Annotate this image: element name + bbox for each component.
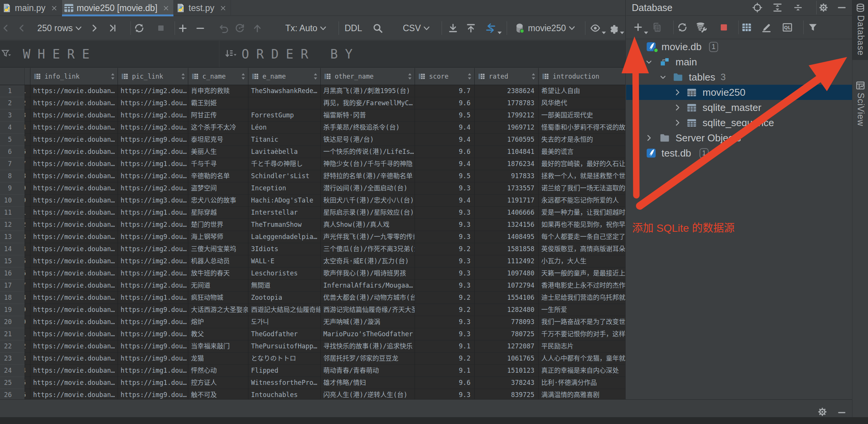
cell-id-clipped[interactable]: 14 (25, 243, 30, 255)
cell-pic-link[interactable]: https://img9.dou… (118, 389, 188, 399)
cell-info-link[interactable]: https://movie.douban… (30, 377, 118, 389)
cell-info-link[interactable]: https://movie.douban… (30, 170, 118, 182)
cell-info-link[interactable]: https://movie.douban… (30, 182, 118, 195)
cell-score[interactable]: 9.3 (415, 219, 475, 231)
cell-other-name[interactable]: 铁达尼号(港/台) (321, 134, 415, 146)
last-page-button[interactable] (108, 20, 118, 36)
column-header-info-link[interactable]: info_link (30, 68, 118, 85)
tree-item-movie-db[interactable]: movie.db 1 (626, 39, 852, 54)
cell-e-name[interactable] (248, 97, 321, 109)
cell-e-name[interactable]: ThePursuitofHapp… (248, 340, 321, 353)
cell-e-name[interactable]: WitnessforthePro… (248, 377, 321, 389)
close-icon[interactable] (162, 5, 170, 12)
cell-score[interactable]: 9.3 (415, 280, 475, 292)
first-page-button[interactable] (1, 20, 11, 36)
table-row[interactable]: 10 10 https://movie.douban… https://img3… (0, 195, 625, 207)
cell-pic-link[interactable]: https://img2.dou… (118, 109, 188, 122)
cell-introduction[interactable]: 每个人都要走一条自己坚定了的 (539, 231, 625, 243)
cell-rated[interactable]: 1876234 (475, 158, 539, 170)
cell-e-name[interactable]: Interstellar (248, 207, 321, 219)
cell-rated[interactable]: 1760595 (475, 134, 539, 146)
compare-data-button[interactable] (485, 20, 502, 36)
table-row[interactable]: 5 5 https://movie.douban… https://img9.d… (0, 134, 625, 146)
cell-score[interactable]: 9.3 (415, 328, 475, 340)
cell-other-name[interactable]: 舒特拉的名单(港)/辛德勒名单 (321, 170, 415, 182)
cell-info-link[interactable]: https://movie.douban… (30, 109, 118, 122)
sort-toggle-icon[interactable] (531, 73, 536, 80)
cell-rated[interactable]: 2388624 (475, 85, 539, 97)
cell-info-link[interactable]: https://movie.douban… (30, 207, 118, 219)
cell-info-link[interactable]: https://movie.douban… (30, 389, 118, 399)
transaction-mode-dropdown[interactable]: Tx: Auto (282, 23, 329, 33)
settings-button[interactable] (608, 20, 624, 36)
cell-c-name[interactable]: 无间道 (188, 280, 248, 292)
export-data-button[interactable] (448, 20, 458, 36)
cell-score[interactable]: 9.3 (415, 389, 475, 399)
where-filter-field[interactable]: WHERE (0, 41, 219, 67)
cell-other-name[interactable]: 西游记完结篇仙履奇缘/齐天大圣 (321, 304, 415, 316)
cell-id-clipped[interactable]: 8 (25, 170, 30, 182)
table-row[interactable]: 4 4 https://movie.douban… https://img2.d… (0, 122, 625, 134)
cell-e-name[interactable]: 3Idiots (248, 243, 321, 255)
cell-introduction[interactable]: 平民励志片 (539, 340, 625, 353)
cell-pic-link[interactable]: https://img9.dou… (118, 340, 188, 353)
cell-info-link[interactable]: https://movie.douban… (30, 365, 118, 377)
cell-rated[interactable]: 1072794 (475, 280, 539, 292)
cell-rated[interactable]: 1324156 (475, 219, 539, 231)
cell-other-name[interactable]: 声光伴我飞(港)/一九零零的传奇 (321, 231, 415, 243)
close-icon[interactable] (219, 5, 227, 12)
export-format-dropdown[interactable]: CSV (400, 23, 432, 33)
chevron-right-icon[interactable] (645, 130, 653, 146)
stripe-tab-database[interactable]: Database (852, 0, 868, 60)
reload-page-button[interactable] (134, 20, 145, 36)
cell-rated[interactable]: 839725 (475, 389, 539, 399)
table-row[interactable]: 17 17 https://movie.douban… https://img2… (0, 280, 625, 292)
refresh-datasource-button[interactable] (677, 19, 688, 36)
tab-test-py[interactable]: test.py (174, 0, 231, 16)
cell-id-clipped[interactable]: 21 (25, 328, 30, 340)
column-header-other-name[interactable]: other_name (321, 68, 415, 85)
cell-introduction[interactable]: 满满温情的高雅喜剧 (539, 389, 625, 399)
table-row[interactable]: 13 13 https://movie.douban… https://img9… (0, 231, 625, 243)
table-row[interactable]: 18 18 https://movie.douban… https://img1… (0, 292, 625, 304)
cell-other-name[interactable]: InfernalAffairs/Mougaa… (321, 280, 415, 292)
cell-c-name[interactable]: 三傻大闹宝莱坞 (188, 243, 248, 255)
locate-object-button[interactable] (752, 0, 763, 16)
cell-e-name[interactable]: ForrestGump (248, 109, 321, 122)
cell-info-link[interactable]: https://movie.douban… (30, 195, 118, 207)
cell-score[interactable]: 9.4 (415, 158, 475, 170)
cell-other-name[interactable]: 邻居托托罗/邻家的豆豆龙 (321, 353, 415, 365)
view-options-button[interactable] (590, 20, 606, 36)
cell-e-name[interactable]: LaLeggendadelpia… (248, 231, 321, 243)
cell-pic-link[interactable]: https://img2.dou… (118, 255, 188, 267)
cell-other-name[interactable]: 萌动青春/青春萌动 (321, 365, 415, 377)
cell-other-name[interactable]: 再见，我的妾/FarewellMyC… (321, 97, 415, 109)
sort-toggle-icon[interactable] (407, 73, 412, 80)
cell-introduction[interactable]: 诺兰给了我们一场无法盗取的梦 (539, 182, 625, 195)
table-row[interactable]: 15 15 https://movie.douban… https://img2… (0, 255, 625, 267)
cell-rated[interactable]: 780725 (475, 328, 539, 340)
cell-score[interactable]: 9.3 (415, 207, 475, 219)
filter-datasource-button[interactable] (808, 19, 818, 36)
tree-item-main[interactable]: main (626, 54, 852, 70)
cell-info-link[interactable]: https://movie.douban… (30, 219, 118, 231)
cell-c-name[interactable]: 楚门的世界 (188, 219, 248, 231)
column-header-pic-link[interactable]: pic_link (118, 68, 188, 85)
cell-pic-link[interactable]: https://img1.dou… (118, 292, 188, 304)
new-datasource-button[interactable] (633, 19, 648, 36)
cell-pic-link[interactable]: https://img9.dou… (118, 316, 188, 328)
cell-id-clipped[interactable]: 22 (25, 340, 30, 353)
cell-pic-link[interactable]: https://img1.dou… (118, 158, 188, 170)
jump-to-console-button[interactable] (782, 19, 793, 36)
cell-e-name[interactable]: Lavitaèbella (248, 146, 321, 158)
table-row[interactable]: 23 23 https://movie.douban… https://img9… (0, 353, 625, 365)
order-by-field[interactable]: ORDER BY (219, 41, 625, 67)
refresh-compare-button[interactable] (234, 20, 245, 36)
previous-page-button[interactable] (17, 20, 27, 36)
cell-score[interactable]: 9.2 (415, 243, 475, 255)
cell-score[interactable]: 9.1 (415, 365, 475, 377)
cell-info-link[interactable]: https://movie.douban… (30, 353, 118, 365)
cell-other-name[interactable]: 太空奇兵·威E(港)/瓦力(台) (321, 255, 415, 267)
chevron-down-icon[interactable] (659, 70, 667, 85)
cell-rated[interactable]: 1554106 (475, 292, 539, 304)
